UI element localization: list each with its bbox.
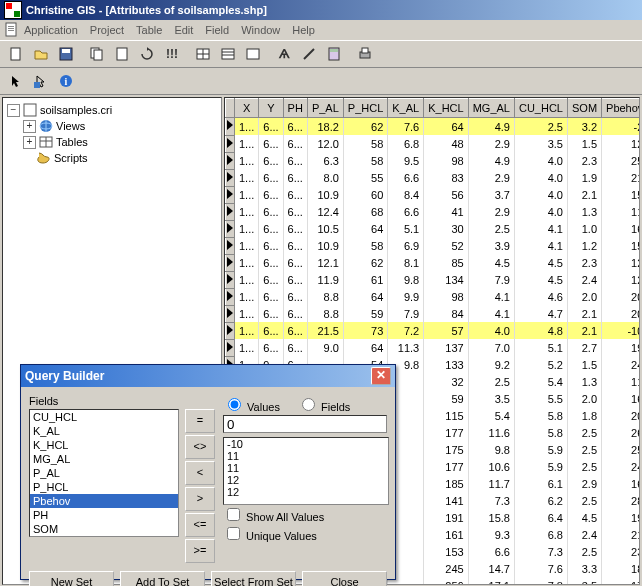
- cell[interactable]: 1...: [235, 186, 259, 203]
- tree-tables[interactable]: Tables: [56, 136, 88, 148]
- column-header[interactable]: SOM: [567, 99, 601, 118]
- cell[interactable]: 6...: [283, 135, 307, 152]
- column-header[interactable]: PH: [283, 99, 307, 118]
- cell[interactable]: 4.0: [514, 203, 567, 220]
- cell[interactable]: 98: [424, 288, 468, 305]
- cell[interactable]: 1.2: [567, 237, 601, 254]
- cell[interactable]: 2.5: [567, 458, 601, 475]
- cell[interactable]: 6...: [283, 152, 307, 169]
- field-item[interactable]: CU_HCL: [30, 410, 178, 424]
- cell[interactable]: 6.6: [388, 203, 424, 220]
- menu-help[interactable]: Help: [292, 24, 315, 36]
- cell[interactable]: 2.7: [567, 339, 601, 356]
- find-button[interactable]: Ѧ: [272, 42, 296, 66]
- cell[interactable]: 6...: [259, 237, 283, 254]
- cell[interactable]: 1...: [235, 339, 259, 356]
- cell[interactable]: 7.3: [514, 543, 567, 560]
- cell[interactable]: 4.8: [514, 322, 567, 339]
- cell[interactable]: 5.8: [514, 407, 567, 424]
- open-button[interactable]: [29, 42, 53, 66]
- radio-fields[interactable]: Fields: [297, 401, 350, 413]
- cell[interactable]: 2.9: [567, 475, 601, 492]
- cell[interactable]: 16: [602, 475, 640, 492]
- cell[interactable]: 6.4: [514, 509, 567, 526]
- cell[interactable]: 15: [602, 186, 640, 203]
- cell[interactable]: 2.1: [567, 305, 601, 322]
- cell[interactable]: 4.1: [514, 220, 567, 237]
- cell[interactable]: 12.1: [307, 254, 343, 271]
- column-header[interactable]: [226, 99, 235, 118]
- cell[interactable]: 10.9: [307, 237, 343, 254]
- cell[interactable]: 11.9: [307, 271, 343, 288]
- cell[interactable]: 9.9: [388, 288, 424, 305]
- cell[interactable]: 2.3: [567, 152, 601, 169]
- cell[interactable]: 84: [424, 305, 468, 322]
- cell[interactable]: 6...: [259, 254, 283, 271]
- cell[interactable]: 2.9: [468, 135, 514, 152]
- row-header[interactable]: [226, 339, 235, 356]
- cell[interactable]: 2.5: [567, 543, 601, 560]
- cell[interactable]: 4.5: [468, 254, 514, 271]
- row-header[interactable]: [226, 169, 235, 186]
- new-button[interactable]: [4, 42, 28, 66]
- collapse-icon[interactable]: −: [7, 104, 20, 117]
- cell[interactable]: 2.4: [567, 526, 601, 543]
- value-input[interactable]: [223, 415, 387, 433]
- cell[interactable]: 2.3: [567, 254, 601, 271]
- expand-icon[interactable]: +: [23, 120, 36, 133]
- field-item[interactable]: K_HCL: [30, 438, 178, 452]
- cell[interactable]: 2.4: [567, 271, 601, 288]
- cell[interactable]: 64: [343, 288, 387, 305]
- tree-scripts[interactable]: Scripts: [54, 152, 88, 164]
- cell[interactable]: 19: [602, 509, 640, 526]
- cell[interactable]: 4.9: [468, 152, 514, 169]
- cell[interactable]: 6...: [259, 339, 283, 356]
- tree-root[interactable]: soilsamples.cri: [40, 104, 112, 116]
- tree-views[interactable]: Views: [56, 120, 85, 132]
- cell[interactable]: 12: [602, 254, 640, 271]
- cell[interactable]: 1.5: [567, 356, 601, 373]
- value-item[interactable]: 11: [224, 450, 388, 462]
- cell[interactable]: 4.0: [468, 322, 514, 339]
- show-all-checkbox[interactable]: Show All Values: [223, 505, 387, 524]
- operator-button[interactable]: >=: [185, 539, 215, 563]
- cell[interactable]: 133: [424, 356, 468, 373]
- cell[interactable]: 1...: [235, 288, 259, 305]
- cell[interactable]: 62: [343, 254, 387, 271]
- cell[interactable]: 5.9: [514, 441, 567, 458]
- cell[interactable]: 8.4: [388, 186, 424, 203]
- cell[interactable]: 16: [602, 220, 640, 237]
- cell[interactable]: 7.6: [388, 118, 424, 136]
- row-header[interactable]: [226, 288, 235, 305]
- row-header[interactable]: [226, 118, 235, 136]
- fields-list[interactable]: CU_HCLK_ALK_HCLMG_ALP_ALP_HCLPbehovPHSOM: [29, 409, 179, 537]
- cell[interactable]: 2.5: [514, 118, 567, 136]
- cell[interactable]: 6...: [283, 305, 307, 322]
- cell[interactable]: 6.8: [514, 526, 567, 543]
- cell[interactable]: 55: [343, 169, 387, 186]
- cell[interactable]: 134: [424, 271, 468, 288]
- cell[interactable]: 191: [424, 509, 468, 526]
- cell[interactable]: 12: [602, 271, 640, 288]
- cell[interactable]: 1...: [235, 220, 259, 237]
- cell[interactable]: 68: [343, 203, 387, 220]
- row-header[interactable]: [226, 271, 235, 288]
- cell[interactable]: 141: [424, 492, 468, 509]
- operator-button[interactable]: =: [185, 409, 215, 433]
- values-list[interactable]: -1011111212: [223, 437, 389, 505]
- cell[interactable]: 28: [602, 492, 640, 509]
- cell[interactable]: 6...: [259, 186, 283, 203]
- cell[interactable]: 20: [602, 407, 640, 424]
- cell[interactable]: 2.0: [567, 288, 601, 305]
- cell[interactable]: 24: [602, 356, 640, 373]
- select-button[interactable]: [29, 69, 53, 93]
- cell[interactable]: 2.0: [567, 390, 601, 407]
- cell[interactable]: 177: [424, 458, 468, 475]
- cell[interactable]: 12.4: [307, 203, 343, 220]
- cell[interactable]: 153: [424, 543, 468, 560]
- row-header[interactable]: [226, 220, 235, 237]
- save-button[interactable]: [54, 42, 78, 66]
- cell[interactable]: 17: [602, 577, 640, 585]
- column-header[interactable]: P_AL: [307, 99, 343, 118]
- cell[interactable]: 6...: [283, 288, 307, 305]
